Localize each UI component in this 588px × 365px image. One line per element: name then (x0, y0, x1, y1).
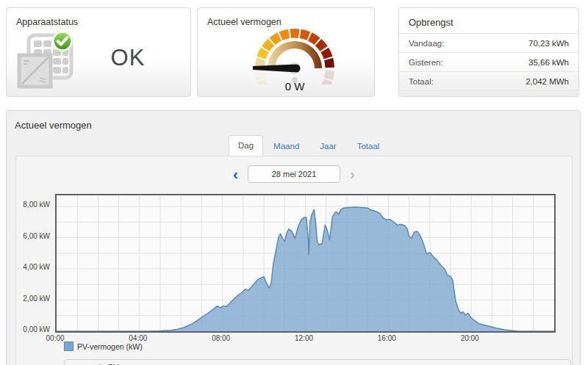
period-tabs: Dag Maand Jaar Totaal (229, 135, 390, 156)
tab-maand[interactable]: Maand (263, 137, 309, 156)
chart-card: ‹ 28 mei 2021 › 8,00 kW6,00 kW4,00 kW2,0… (15, 156, 573, 365)
yield-panel: Opbrengst Vandaag: 70,23 kWh Gisteren: 3… (398, 7, 579, 97)
current-power-value: 0 W (240, 80, 350, 93)
date-navigation: ‹ 28 mei 2021 › (16, 165, 572, 183)
yield-today-value: 70,23 kWh (528, 39, 569, 48)
device-status-value: OK (87, 45, 168, 71)
previous-day-button[interactable]: ‹ (233, 167, 238, 181)
x-tick-label: 08:00 (199, 334, 243, 342)
pv-vermogen-section-header[interactable]: PV-vermogen (64, 359, 571, 365)
inverter-device-icon (17, 32, 76, 92)
tab-jaar[interactable]: Jaar (309, 137, 346, 156)
yield-title: Opbrengst (409, 17, 453, 28)
y-tick-label: 8,00 kW (16, 200, 50, 209)
legend-label: PV-vermogen (kW) (77, 342, 143, 351)
chart-area: 8,00 kW6,00 kW4,00 kW2,00 kW0,00 kW 00:0… (16, 189, 573, 347)
power-chart-panel: Actueel vermogen Dag Maand Jaar Totaal ‹… (6, 110, 581, 365)
yield-total-label: Totaal: (409, 77, 434, 86)
yield-row-today: Vandaag: 70,23 kWh (399, 33, 578, 52)
yield-row-total: Totaal: 2,042 MWh (399, 71, 578, 91)
chart-legend: PV-vermogen (kW) (64, 341, 143, 351)
tab-dag[interactable]: Dag (229, 135, 263, 156)
yield-yesterday-value: 35,66 kWh (528, 58, 569, 67)
chart-plot[interactable] (55, 194, 556, 333)
tab-totaal[interactable]: Totaal (347, 137, 390, 156)
legend-swatch-icon (64, 341, 74, 351)
y-tick-label: 2,00 kW (16, 294, 50, 303)
yield-rows: Vandaag: 70,23 kWh Gisteren: 35,66 kWh T… (399, 33, 578, 91)
device-status-title: Apparaatstatus (16, 17, 78, 27)
yield-today-label: Vandaag: (409, 39, 444, 48)
yield-row-yesterday: Gisteren: 35,66 kWh (399, 52, 578, 71)
x-tick-label: 12:00 (282, 334, 326, 342)
status-ok-badge-icon (54, 32, 72, 51)
x-tick-label: 16:00 (365, 334, 409, 342)
yield-yesterday-label: Gisteren: (409, 58, 443, 67)
power-gauge (240, 14, 350, 84)
chart-panel-title: Actueel vermogen (15, 120, 92, 131)
next-day-button[interactable]: › (350, 167, 355, 181)
y-tick-label: 4,00 kW (16, 263, 50, 271)
yield-total-value: 2,042 MWh (526, 77, 569, 86)
current-power-panel: Actueel vermogen 0 W (197, 7, 375, 97)
device-status-panel: Apparaatstatus OK (6, 7, 191, 97)
date-picker[interactable]: 28 mei 2021 (248, 165, 340, 183)
x-tick-label: 20:00 (448, 334, 492, 342)
y-tick-label: 6,00 kW (16, 232, 50, 240)
y-tick-label: 0,00 kW (16, 325, 50, 333)
